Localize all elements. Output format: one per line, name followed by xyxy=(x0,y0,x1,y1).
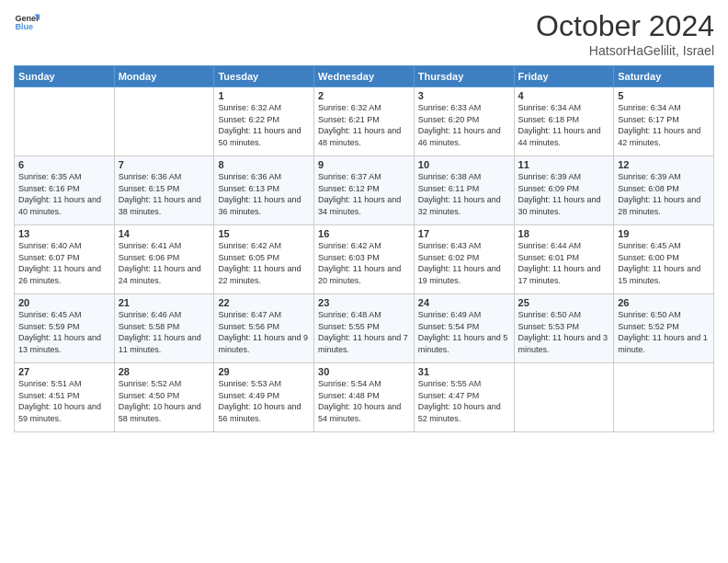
calendar-cell: 9Sunrise: 6:37 AM Sunset: 6:12 PM Daylig… xyxy=(314,156,415,225)
header-wednesday: Wednesday xyxy=(314,66,415,87)
day-info: Sunrise: 6:38 AM Sunset: 6:11 PM Dayligh… xyxy=(418,171,510,217)
calendar-week-1: 1Sunrise: 6:32 AM Sunset: 6:22 PM Daylig… xyxy=(15,87,714,156)
day-info: Sunrise: 6:37 AM Sunset: 6:12 PM Dayligh… xyxy=(318,171,410,217)
calendar-cell: 21Sunrise: 6:46 AM Sunset: 5:58 PM Dayli… xyxy=(114,294,214,363)
calendar-cell: 27Sunrise: 5:51 AM Sunset: 4:51 PM Dayli… xyxy=(15,363,115,432)
header-friday: Friday xyxy=(514,66,614,87)
day-info: Sunrise: 6:32 AM Sunset: 6:21 PM Dayligh… xyxy=(318,102,410,148)
day-number: 25 xyxy=(518,297,610,308)
day-number: 6 xyxy=(18,159,110,170)
svg-text:Blue: Blue xyxy=(15,22,33,31)
calendar-week-3: 13Sunrise: 6:40 AM Sunset: 6:07 PM Dayli… xyxy=(15,225,714,294)
calendar-cell: 16Sunrise: 6:42 AM Sunset: 6:03 PM Dayli… xyxy=(314,225,415,294)
calendar-cell: 15Sunrise: 6:42 AM Sunset: 6:05 PM Dayli… xyxy=(214,225,314,294)
day-info: Sunrise: 6:49 AM Sunset: 5:54 PM Dayligh… xyxy=(418,309,510,355)
calendar-cell: 6Sunrise: 6:35 AM Sunset: 6:16 PM Daylig… xyxy=(15,156,115,225)
day-info: Sunrise: 5:53 AM Sunset: 4:49 PM Dayligh… xyxy=(218,378,310,424)
day-number: 21 xyxy=(119,297,210,308)
day-number: 11 xyxy=(518,159,610,170)
calendar-cell: 23Sunrise: 6:48 AM Sunset: 5:55 PM Dayli… xyxy=(314,294,415,363)
header-saturday: Saturday xyxy=(614,66,714,87)
calendar-cell xyxy=(614,363,714,432)
header-monday: Monday xyxy=(114,66,214,87)
day-info: Sunrise: 6:39 AM Sunset: 6:08 PM Dayligh… xyxy=(618,171,710,217)
day-info: Sunrise: 6:36 AM Sunset: 6:13 PM Dayligh… xyxy=(218,171,310,217)
day-number: 12 xyxy=(618,159,710,170)
day-info: Sunrise: 5:51 AM Sunset: 4:51 PM Dayligh… xyxy=(18,378,110,424)
day-info: Sunrise: 6:36 AM Sunset: 6:15 PM Dayligh… xyxy=(119,171,210,217)
calendar-cell: 26Sunrise: 6:50 AM Sunset: 5:52 PM Dayli… xyxy=(614,294,714,363)
calendar-cell: 2Sunrise: 6:32 AM Sunset: 6:21 PM Daylig… xyxy=(314,87,415,156)
day-number: 4 xyxy=(518,90,610,101)
calendar-cell: 17Sunrise: 6:43 AM Sunset: 6:02 PM Dayli… xyxy=(414,225,514,294)
day-info: Sunrise: 6:46 AM Sunset: 5:58 PM Dayligh… xyxy=(119,309,210,355)
calendar-cell: 10Sunrise: 6:38 AM Sunset: 6:11 PM Dayli… xyxy=(414,156,514,225)
calendar-week-2: 6Sunrise: 6:35 AM Sunset: 6:16 PM Daylig… xyxy=(15,156,714,225)
day-number: 20 xyxy=(18,297,110,308)
day-number: 10 xyxy=(418,159,510,170)
day-number: 27 xyxy=(18,366,110,377)
day-info: Sunrise: 6:34 AM Sunset: 6:18 PM Dayligh… xyxy=(518,102,610,148)
calendar-cell: 7Sunrise: 6:36 AM Sunset: 6:15 PM Daylig… xyxy=(114,156,214,225)
calendar-cell: 8Sunrise: 6:36 AM Sunset: 6:13 PM Daylig… xyxy=(214,156,314,225)
day-number: 3 xyxy=(418,90,510,101)
title-block: October 2024 HatsorHaGelilit, Israel xyxy=(536,9,714,58)
logo: General Blue xyxy=(14,9,40,35)
day-number: 31 xyxy=(418,366,510,377)
calendar-cell: 18Sunrise: 6:44 AM Sunset: 6:01 PM Dayli… xyxy=(514,225,614,294)
day-number: 9 xyxy=(318,159,410,170)
day-info: Sunrise: 6:43 AM Sunset: 6:02 PM Dayligh… xyxy=(418,240,510,286)
day-info: Sunrise: 6:34 AM Sunset: 6:17 PM Dayligh… xyxy=(618,102,710,148)
calendar-cell: 5Sunrise: 6:34 AM Sunset: 6:17 PM Daylig… xyxy=(614,87,714,156)
calendar-cell: 13Sunrise: 6:40 AM Sunset: 6:07 PM Dayli… xyxy=(15,225,115,294)
calendar-cell: 30Sunrise: 5:54 AM Sunset: 4:48 PM Dayli… xyxy=(314,363,415,432)
day-number: 24 xyxy=(418,297,510,308)
day-info: Sunrise: 6:42 AM Sunset: 6:05 PM Dayligh… xyxy=(218,240,310,286)
day-number: 8 xyxy=(218,159,310,170)
day-info: Sunrise: 6:35 AM Sunset: 6:16 PM Dayligh… xyxy=(18,171,110,217)
day-info: Sunrise: 5:52 AM Sunset: 4:50 PM Dayligh… xyxy=(119,378,210,424)
day-info: Sunrise: 6:45 AM Sunset: 5:59 PM Dayligh… xyxy=(18,309,110,355)
calendar-cell xyxy=(514,363,614,432)
day-number: 17 xyxy=(418,228,510,239)
calendar-cell: 28Sunrise: 5:52 AM Sunset: 4:50 PM Dayli… xyxy=(114,363,214,432)
calendar-table: Sunday Monday Tuesday Wednesday Thursday… xyxy=(14,65,714,432)
day-number: 30 xyxy=(318,366,410,377)
calendar-cell: 25Sunrise: 6:50 AM Sunset: 5:53 PM Dayli… xyxy=(514,294,614,363)
day-number: 23 xyxy=(318,297,410,308)
day-info: Sunrise: 6:42 AM Sunset: 6:03 PM Dayligh… xyxy=(318,240,410,286)
day-info: Sunrise: 6:47 AM Sunset: 5:56 PM Dayligh… xyxy=(218,309,310,355)
day-info: Sunrise: 6:40 AM Sunset: 6:07 PM Dayligh… xyxy=(18,240,110,286)
day-info: Sunrise: 6:50 AM Sunset: 5:53 PM Dayligh… xyxy=(518,309,610,355)
calendar-cell xyxy=(114,87,214,156)
calendar-cell: 24Sunrise: 6:49 AM Sunset: 5:54 PM Dayli… xyxy=(414,294,514,363)
day-number: 5 xyxy=(618,90,710,101)
calendar-cell: 14Sunrise: 6:41 AM Sunset: 6:06 PM Dayli… xyxy=(114,225,214,294)
calendar-cell: 20Sunrise: 6:45 AM Sunset: 5:59 PM Dayli… xyxy=(15,294,115,363)
calendar-week-4: 20Sunrise: 6:45 AM Sunset: 5:59 PM Dayli… xyxy=(15,294,714,363)
day-number: 22 xyxy=(218,297,310,308)
day-info: Sunrise: 5:54 AM Sunset: 4:48 PM Dayligh… xyxy=(318,378,410,424)
day-info: Sunrise: 5:55 AM Sunset: 4:47 PM Dayligh… xyxy=(418,378,510,424)
calendar-cell: 1Sunrise: 6:32 AM Sunset: 6:22 PM Daylig… xyxy=(214,87,314,156)
calendar-cell: 31Sunrise: 5:55 AM Sunset: 4:47 PM Dayli… xyxy=(414,363,514,432)
calendar-week-5: 27Sunrise: 5:51 AM Sunset: 4:51 PM Dayli… xyxy=(15,363,714,432)
day-number: 28 xyxy=(119,366,210,377)
day-number: 18 xyxy=(518,228,610,239)
day-info: Sunrise: 6:32 AM Sunset: 6:22 PM Dayligh… xyxy=(218,102,310,148)
calendar-cell: 3Sunrise: 6:33 AM Sunset: 6:20 PM Daylig… xyxy=(414,87,514,156)
day-number: 29 xyxy=(218,366,310,377)
day-number: 2 xyxy=(318,90,410,101)
day-info: Sunrise: 6:50 AM Sunset: 5:52 PM Dayligh… xyxy=(618,309,710,355)
day-info: Sunrise: 6:48 AM Sunset: 5:55 PM Dayligh… xyxy=(318,309,410,355)
day-number: 1 xyxy=(218,90,310,101)
calendar-cell: 12Sunrise: 6:39 AM Sunset: 6:08 PM Dayli… xyxy=(614,156,714,225)
day-info: Sunrise: 6:45 AM Sunset: 6:00 PM Dayligh… xyxy=(618,240,710,286)
calendar-cell: 29Sunrise: 5:53 AM Sunset: 4:49 PM Dayli… xyxy=(214,363,314,432)
day-number: 26 xyxy=(618,297,710,308)
month-title: October 2024 xyxy=(536,9,714,43)
calendar-cell: 11Sunrise: 6:39 AM Sunset: 6:09 PM Dayli… xyxy=(514,156,614,225)
page-header: General Blue October 2024 HatsorHaGelili… xyxy=(14,9,714,58)
day-info: Sunrise: 6:41 AM Sunset: 6:06 PM Dayligh… xyxy=(119,240,210,286)
header-tuesday: Tuesday xyxy=(214,66,314,87)
